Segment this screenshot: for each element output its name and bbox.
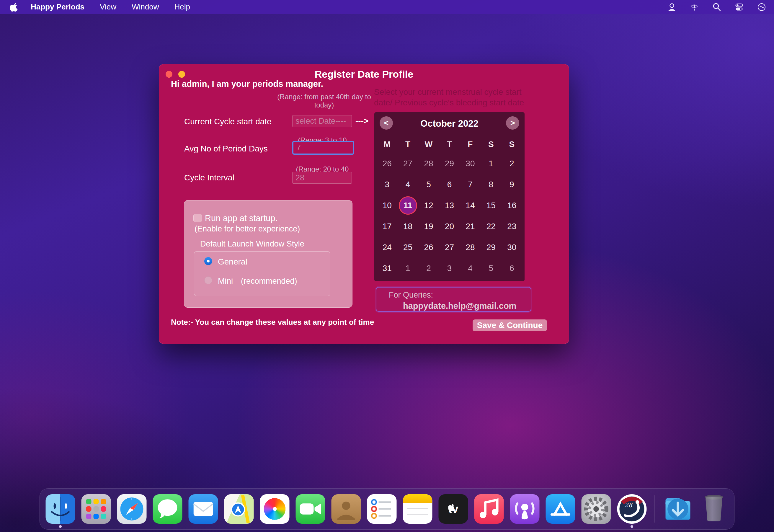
- menu-bar: Happy Periods View Window Help: [0, 0, 774, 14]
- run-at-startup-checkbox[interactable]: [193, 214, 202, 222]
- calendar-day[interactable]: 12: [418, 195, 439, 216]
- clock-icon[interactable]: [757, 2, 766, 12]
- cycle-interval-input[interactable]: 28: [292, 172, 352, 184]
- calendar-day[interactable]: 6: [439, 174, 460, 195]
- general-radio[interactable]: [204, 257, 212, 265]
- dock: tv28: [40, 488, 735, 530]
- calendar-panel: < October 2022 > MTWTFSS2627282930123456…: [374, 112, 525, 281]
- calendar-day[interactable]: 29: [481, 237, 501, 258]
- calendar-day[interactable]: 25: [397, 237, 418, 258]
- launchpad-dock-icon[interactable]: [81, 494, 111, 524]
- appstore-dock-icon[interactable]: [546, 494, 575, 524]
- messages-dock-icon[interactable]: [153, 494, 182, 524]
- calendar-day[interactable]: 2: [502, 153, 522, 174]
- period-days-input[interactable]: 7: [292, 141, 354, 155]
- apple-menu-icon[interactable]: [10, 2, 19, 12]
- calendar-day[interactable]: 30: [460, 153, 481, 174]
- calendar-day[interactable]: 20: [439, 216, 460, 237]
- menu-app-name[interactable]: Happy Periods: [31, 2, 84, 12]
- facetime-dock-icon[interactable]: [296, 494, 325, 524]
- mail-dock-icon[interactable]: [189, 494, 218, 524]
- menu-help[interactable]: Help: [174, 2, 190, 12]
- happy-periods-dock-icon[interactable]: 28: [617, 494, 647, 524]
- cycle-start-date-input[interactable]: select Date----: [292, 115, 352, 127]
- greeting-text: Hi admin, I am your periods manager.: [171, 79, 323, 89]
- calendar-day-header: M: [377, 136, 397, 153]
- podcasts-dock-icon[interactable]: [510, 494, 540, 524]
- menu-window[interactable]: Window: [132, 2, 159, 12]
- mini-recommended-note: (recommended): [241, 277, 297, 286]
- calendar-day[interactable]: 17: [377, 216, 397, 237]
- trash-dock-icon[interactable]: [699, 494, 729, 524]
- calendar-day[interactable]: 3: [377, 174, 397, 195]
- calendar-day[interactable]: 5: [481, 258, 501, 279]
- calendar-day[interactable]: 28: [418, 153, 439, 174]
- calendar-day[interactable]: 23: [502, 216, 522, 237]
- queries-email: happydate.help@gmail.com: [403, 301, 516, 311]
- maps-dock-icon[interactable]: [224, 494, 254, 524]
- calendar-day[interactable]: 26: [377, 153, 397, 174]
- calendar-day[interactable]: 4: [397, 174, 418, 195]
- calendar-day[interactable]: 18: [397, 216, 418, 237]
- calendar-day[interactable]: 5: [418, 174, 439, 195]
- calendar-day[interactable]: 29: [439, 153, 460, 174]
- wifi-alert-icon[interactable]: [690, 2, 699, 12]
- calendar-day[interactable]: 3: [439, 258, 460, 279]
- calendar-day[interactable]: 15: [481, 195, 501, 216]
- photos-dock-icon[interactable]: [260, 494, 290, 524]
- calendar-day[interactable]: 27: [439, 237, 460, 258]
- calendar-day[interactable]: 28: [460, 237, 481, 258]
- calendar-day[interactable]: 27: [397, 153, 418, 174]
- menu-view[interactable]: View: [100, 2, 116, 12]
- calendar-day[interactable]: 7: [460, 174, 481, 195]
- svg-text:28: 28: [625, 502, 633, 509]
- calendar-day[interactable]: 4: [460, 258, 481, 279]
- appletv-dock-icon[interactable]: tv: [439, 494, 468, 524]
- cycle-interval-label: Cycle Interval: [184, 173, 234, 182]
- general-radio-label: General: [218, 257, 247, 267]
- calendar-day[interactable]: 2: [418, 258, 439, 279]
- cycle-start-range-hint: (Range: from past 40th day to today): [277, 93, 371, 109]
- notes-dock-icon[interactable]: [403, 494, 432, 524]
- control-center-icon[interactable]: [734, 2, 744, 12]
- spotlight-search-icon[interactable]: [712, 2, 721, 12]
- calendar-day[interactable]: 21: [460, 216, 481, 237]
- calendar-day[interactable]: 26: [418, 237, 439, 258]
- safari-dock-icon[interactable]: [117, 494, 147, 524]
- calendar-day-header: S: [502, 136, 522, 153]
- calendar-day[interactable]: 1: [397, 258, 418, 279]
- save-continue-button[interactable]: Save & Continue: [473, 319, 547, 331]
- note-text: Note:- You can change these values at an…: [171, 318, 374, 327]
- calendar-day[interactable]: 11: [397, 195, 418, 216]
- calendar-day-header: T: [439, 136, 460, 153]
- calendar-day[interactable]: 10: [377, 195, 397, 216]
- calendar-day[interactable]: 22: [481, 216, 501, 237]
- reminders-dock-icon[interactable]: [367, 494, 397, 524]
- calendar-day[interactable]: 19: [418, 216, 439, 237]
- cycle-start-date-placeholder: select Date----: [295, 117, 346, 126]
- calendar-day[interactable]: 1: [481, 153, 501, 174]
- calendar-day[interactable]: 6: [502, 258, 522, 279]
- calendar-instruction-text: Select your current menstrual cycle star…: [374, 87, 528, 108]
- user-switch-icon[interactable]: [667, 2, 677, 12]
- calendar-day[interactable]: 8: [481, 174, 501, 195]
- mini-radio-label: Mini: [218, 276, 233, 286]
- calendar-grid: MTWTFSS262728293012345678910111213141516…: [377, 136, 522, 279]
- systempreferences-dock-icon[interactable]: [582, 494, 611, 524]
- calendar-day[interactable]: 31: [377, 258, 397, 279]
- music-dock-icon[interactable]: [474, 494, 504, 524]
- calendar-day[interactable]: 14: [460, 195, 481, 216]
- calendar-day[interactable]: 13: [439, 195, 460, 216]
- calendar-day[interactable]: 30: [502, 237, 522, 258]
- startup-settings-panel: Run app at startup. (Enable for better e…: [184, 200, 352, 308]
- calendar-day-header: T: [397, 136, 418, 153]
- calendar-day[interactable]: 16: [502, 195, 522, 216]
- run-at-startup-label: Run app at startup.: [205, 213, 278, 223]
- contacts-dock-icon[interactable]: [332, 494, 361, 524]
- finder-dock-icon[interactable]: [46, 494, 75, 524]
- calendar-day[interactable]: 24: [377, 237, 397, 258]
- calendar-next-button[interactable]: >: [506, 116, 519, 130]
- mini-radio[interactable]: [204, 276, 212, 284]
- downloads-dock-icon[interactable]: [663, 494, 693, 524]
- calendar-day[interactable]: 9: [502, 174, 522, 195]
